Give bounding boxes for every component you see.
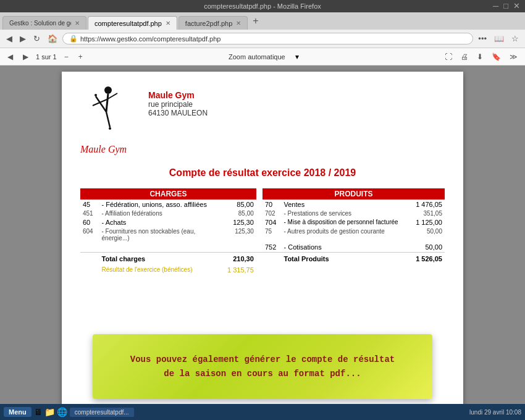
window-controls: ─ □ ✕ xyxy=(493,1,520,10)
produit-num-4: 75 xyxy=(262,227,282,242)
maximize-btn[interactable]: □ xyxy=(503,1,508,10)
zoom-in[interactable]: + xyxy=(76,51,85,62)
total-row: Total charges 210,30 Total Produits 1 52… xyxy=(80,253,445,266)
produit-amount-1: 1 476,05 xyxy=(401,200,445,209)
produit-amount-2: 351,05 xyxy=(401,209,445,217)
pdf-prev[interactable]: ◀ xyxy=(5,51,15,62)
address-page: compteresultatpdf.php xyxy=(154,35,221,43)
taskbar-icons: 🖥 📁 🌐 xyxy=(34,407,67,417)
produit-amount-5: 50,00 xyxy=(401,242,445,253)
tabs-bar: Gestko : Solution de gestion ... ✕ compt… xyxy=(0,12,525,30)
tab-gestko[interactable]: Gestko : Solution de gestion ... ✕ xyxy=(2,16,86,30)
green-banner: Vous pouvez également générer le compte … xyxy=(93,334,432,399)
table-row: 752 - Cotisations 50,00 xyxy=(80,242,445,253)
home-button[interactable]: 🏠 xyxy=(45,33,60,44)
charge-label-2: - Affiliation fédérations xyxy=(99,209,219,217)
svg-point-6 xyxy=(94,94,97,96)
pdf-page: Maule Gym Maule Gym rue principale 64130… xyxy=(62,72,463,418)
taskbar-icon-1[interactable]: 🖥 xyxy=(34,407,43,417)
charge-label-4: - Fournitures non stockables (eau, énerg… xyxy=(99,227,219,242)
produit-num-5: 752 xyxy=(262,242,282,253)
new-tab-button[interactable]: + xyxy=(249,15,262,27)
nav-bar: ◀ ▶ ↻ 🏠 🔒 https://www.gestko.com/compter… xyxy=(0,30,525,48)
svg-point-0 xyxy=(104,86,112,94)
taskbar-icon-2[interactable]: 📁 xyxy=(44,407,55,417)
svg-point-7 xyxy=(109,127,111,130)
results-table: CHARGES PRODUITS 45 - Fédération, unions… xyxy=(80,188,445,275)
pdf-area: Maule Gym Maule Gym rue principale 64130… xyxy=(0,65,525,420)
logo-section: Maule Gym Maule Gym rue principale 64130… xyxy=(80,84,445,155)
table-row: 451 - Affiliation fédérations 85,00 702 … xyxy=(80,209,445,217)
minimize-btn[interactable]: ─ xyxy=(493,1,498,10)
address-bar[interactable]: 🔒 https://www.gestko.com/compteresultatp… xyxy=(62,33,473,44)
title-bar: compteresultatpdf.php - Mozilla Firefox … xyxy=(0,0,525,12)
result-label: Résultat de l'exercice (bénéfices) xyxy=(99,265,219,275)
tab-compteresultat-close[interactable]: ✕ xyxy=(166,20,170,27)
produit-label-5: - Cotisations xyxy=(282,242,401,253)
charge-num-2: 451 xyxy=(80,209,99,217)
gymnast-icon xyxy=(86,84,130,146)
taskbar-time: lundi 29 avril 10:08 xyxy=(469,409,521,416)
tab-compteresultat[interactable]: compteresultatpdf.php ✕ xyxy=(88,16,177,30)
produit-label-4: - Autres produits de gestion courante xyxy=(282,227,401,242)
charge-amount-4: 125,30 xyxy=(219,227,256,242)
charge-num-1: 45 xyxy=(80,200,99,209)
menu-dots[interactable]: ••• xyxy=(476,33,489,44)
more-btn[interactable]: ≫ xyxy=(507,51,520,62)
company-info: Maule Gym rue principale 64130 MAULEON xyxy=(148,90,208,117)
zoom-out[interactable]: − xyxy=(62,51,71,62)
fullscreen-btn[interactable]: ⛶ xyxy=(442,51,455,62)
pdf-toolbar: ◀ ▶ 1 sur 1 − + Zoom automatique ▾ ⛶ 🖨 ⬇… xyxy=(0,48,525,65)
produit-label-3: - Mise à disposition de personnel factur… xyxy=(282,217,401,227)
produit-num-1: 70 xyxy=(262,200,282,209)
produits-total-amount: 1 526,05 xyxy=(401,253,445,266)
taskbar-right: lundi 29 avril 10:08 xyxy=(469,409,521,416)
page-label: sur xyxy=(41,53,52,61)
reload-button[interactable]: ↻ xyxy=(31,33,43,44)
table-row: 60 - Achats 125,30 704 - Mise à disposit… xyxy=(80,217,445,227)
pdf-next[interactable]: ▶ xyxy=(20,51,31,62)
print-btn[interactable]: 🖨 xyxy=(458,51,471,62)
window-title: compteresultatpdf.php - Mozilla Firefox xyxy=(204,2,321,10)
zoom-label: Zoom automatique xyxy=(229,53,285,61)
produits-total-label: Total Produits xyxy=(282,253,401,266)
tab-compteresultat-label: compteresultatpdf.php xyxy=(94,20,162,27)
produits-header: PRODUITS xyxy=(262,188,445,200)
taskbar-icon-3[interactable]: 🌐 xyxy=(57,407,67,417)
address-text: https://www.gestko.com/compteresultatpdf… xyxy=(80,35,220,43)
charges-total-label: Total charges xyxy=(99,253,219,266)
bookmark-btn[interactable]: ☆ xyxy=(509,33,521,44)
charge-amount-2: 85,00 xyxy=(219,209,256,217)
svg-line-4 xyxy=(93,99,107,106)
tab-facture[interactable]: facture2pdf.php ✕ xyxy=(178,16,248,30)
document-title: Compte de résultat exercice 2018 / 2019 xyxy=(80,167,445,178)
banner-line1: Vous pouvez également générer le compte … xyxy=(130,355,395,364)
result-row: Résultat de l'exercice (bénéfices) 1 315… xyxy=(80,265,445,275)
pdf-actions: ⛶ 🖨 ⬇ 🔖 ≫ xyxy=(442,51,520,62)
charges-total-amount: 210,30 xyxy=(219,253,256,266)
charges-header: CHARGES xyxy=(80,188,256,200)
banner-text: Vous pouvez également générer le compte … xyxy=(117,353,408,380)
tab-facture-label: facture2pdf.php xyxy=(185,20,232,27)
result-amount: 1 315,75 xyxy=(219,265,256,275)
bookmark-pdf-btn[interactable]: 🔖 xyxy=(489,51,503,62)
charge-label-1: - Fédération, unions, asso. affiliées xyxy=(99,200,219,209)
produit-label-2: - Prestations de services xyxy=(282,209,401,217)
back-button[interactable]: ◀ xyxy=(4,33,15,44)
charge-amount-3: 125,30 xyxy=(219,217,256,227)
taskbar-active-window[interactable]: compteresultatpdf... xyxy=(70,408,134,417)
produit-num-3: 704 xyxy=(262,217,282,227)
svg-line-3 xyxy=(106,112,110,127)
produit-num-2: 702 xyxy=(262,209,282,217)
tab-facture-close[interactable]: ✕ xyxy=(236,20,241,27)
close-btn[interactable]: ✕ xyxy=(513,1,520,10)
logo-text: Maule Gym xyxy=(80,144,127,155)
reader-view[interactable]: 📖 xyxy=(492,33,506,44)
company-address-line2: 64130 MAULEON xyxy=(148,109,208,117)
start-button[interactable]: Menu xyxy=(4,407,32,417)
company-address-line1: rue principale xyxy=(148,100,208,109)
tab-gestko-close[interactable]: ✕ xyxy=(75,20,80,27)
download-btn[interactable]: ⬇ xyxy=(474,51,485,62)
forward-button[interactable]: ▶ xyxy=(17,33,28,44)
page-info: 1 sur 1 xyxy=(36,53,57,61)
